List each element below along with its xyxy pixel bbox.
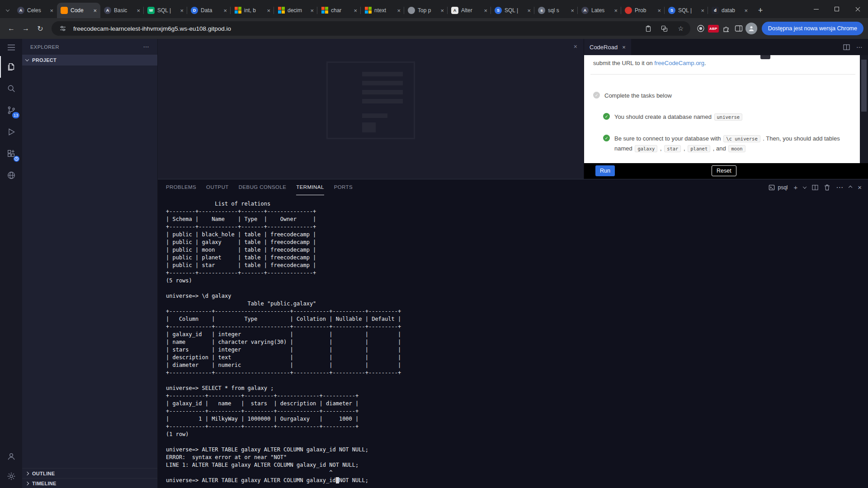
browser-tab[interactable]: Prob× <box>621 3 665 18</box>
more-actions-icon[interactable]: ⋯ <box>856 43 863 51</box>
new-terminal-icon[interactable]: + <box>793 183 797 191</box>
tab-search-icon[interactable] <box>2 3 14 18</box>
url-text[interactable]: freecodecam-learncelest-ihhvmxjm6g5.ws-e… <box>73 25 638 32</box>
maximize-button[interactable] <box>826 0 847 18</box>
panel-more-icon[interactable]: ⋯ <box>836 183 843 192</box>
tab-close-icon[interactable]: × <box>571 8 574 14</box>
tab-close-icon[interactable]: × <box>267 8 270 14</box>
panel-tab-problems[interactable]: PROBLEMS <box>166 179 196 195</box>
coderoad-content: submit the URL to it on freeCodeCamp.org… <box>584 55 860 163</box>
browser-tab[interactable]: ssql s× <box>534 3 578 18</box>
tab-favicon <box>625 7 632 14</box>
browser-tab[interactable]: decim× <box>274 3 317 18</box>
browser-tab[interactable]: ALates× <box>578 3 621 18</box>
source-control-icon[interactable]: 13 <box>0 99 22 121</box>
menu-icon[interactable] <box>0 39 22 56</box>
tab-close-icon[interactable]: × <box>93 8 97 14</box>
terminal-profile[interactable]: psql <box>769 184 788 191</box>
browser-tab[interactable]: int, b× <box>231 3 274 18</box>
translate-icon[interactable] <box>659 23 670 34</box>
tab-close-icon[interactable]: × <box>614 8 618 14</box>
tab-close-icon[interactable]: × <box>137 8 140 14</box>
coderoad-tab[interactable]: CodeRoad × <box>584 39 631 55</box>
browser-tab[interactable]: char× <box>317 3 361 18</box>
browser-tab[interactable]: ACeles× <box>14 3 57 18</box>
browser-tab[interactable]: DData× <box>187 3 231 18</box>
browser-tab[interactable]: AAlter× <box>448 3 491 18</box>
extensions-icon[interactable] <box>0 143 22 164</box>
sidebar-item-outline[interactable]: OUTLINE <box>22 468 157 478</box>
sidebar-item-timeline[interactable]: TIMELINE <box>22 478 157 488</box>
sidebar-item-project[interactable]: PROJECT <box>22 55 157 66</box>
kill-terminal-icon[interactable] <box>824 184 830 191</box>
panel-tab-output[interactable]: OUTPUT <box>206 179 229 195</box>
adblock-badge: ABP <box>708 25 719 33</box>
explorer-more-icon[interactable]: ⋯ <box>143 43 150 50</box>
bookmark-star-icon[interactable]: ☆ <box>675 23 687 34</box>
editor-close-icon[interactable]: × <box>574 43 577 50</box>
tab-close-icon[interactable]: × <box>223 8 227 14</box>
reset-button[interactable]: Reset <box>712 165 736 176</box>
browser-tab[interactable]: Code× <box>57 3 100 18</box>
adblock-icon[interactable]: ABP <box>708 23 719 34</box>
site-info-icon[interactable] <box>57 23 69 34</box>
scrollbar-thumb[interactable] <box>861 60 867 112</box>
chrome-update-button[interactable]: Dostępna jest nowa wersja Chrome <box>762 22 863 35</box>
terminal-output[interactable]: List of relations+--------+------------+… <box>158 195 868 488</box>
profile-avatar[interactable] <box>745 23 757 34</box>
coderoad-scrollbar[interactable] <box>860 55 868 163</box>
panel-tab-debug-console[interactable]: DEBUG CONSOLE <box>239 179 287 195</box>
tab-close-icon[interactable]: × <box>657 8 661 14</box>
tab-close-icon[interactable]: × <box>397 8 401 14</box>
split-terminal-icon[interactable] <box>812 185 818 190</box>
tab-close-icon[interactable]: × <box>484 8 487 14</box>
address-bar[interactable]: freecodecam-learncelest-ihhvmxjm6g5.ws-e… <box>52 21 690 36</box>
panel-tab-ports[interactable]: PORTS <box>334 179 353 195</box>
close-window-button[interactable] <box>847 0 868 18</box>
run-button[interactable]: Run <box>595 165 615 176</box>
settings-gear-icon[interactable] <box>0 466 22 486</box>
minimize-button[interactable] <box>806 0 826 18</box>
back-icon[interactable]: ← <box>5 22 18 35</box>
forward-icon[interactable]: → <box>19 22 33 35</box>
tab-close-icon[interactable]: × <box>440 8 444 14</box>
browser-tab[interactable]: WSQL |× <box>144 3 187 18</box>
tab-close-icon[interactable]: × <box>50 8 53 14</box>
tab-title: decim <box>288 7 307 14</box>
tab-close-icon[interactable]: × <box>527 8 531 14</box>
globe-icon[interactable] <box>0 164 22 186</box>
run-debug-icon[interactable] <box>0 121 22 143</box>
maximize-panel-icon[interactable] <box>849 185 852 189</box>
terminal-dropdown-icon[interactable] <box>803 185 807 188</box>
browser-tab[interactable]: ddatab× <box>708 3 751 18</box>
tab-close-icon[interactable]: × <box>744 8 748 14</box>
cast-icon[interactable] <box>695 23 707 34</box>
tab-title: Lates <box>591 7 611 14</box>
explorer-icon[interactable] <box>0 56 22 78</box>
extensions-puzzle-icon[interactable] <box>720 23 732 34</box>
terminal-prompt-line[interactable]: universe=> ALTER TABLE galaxy ALTER COLU… <box>166 477 868 484</box>
panel-tab-terminal[interactable]: TERMINAL <box>296 179 324 195</box>
terminal-line: | diameter | numeric | | | | <box>166 361 868 369</box>
clipboard-icon[interactable] <box>642 23 654 34</box>
coderoad-tab-close-icon[interactable]: × <box>622 44 626 51</box>
browser-tab[interactable]: SSQL |× <box>665 3 708 18</box>
search-icon[interactable] <box>0 78 22 99</box>
browser-tab[interactable]: ABasic× <box>100 3 144 18</box>
terminal-line: universe=> ALTER TABLE galaxy ALTER COLU… <box>166 446 868 454</box>
new-tab-button[interactable]: + <box>754 4 767 17</box>
tab-close-icon[interactable]: × <box>310 8 314 14</box>
browser-tab[interactable]: ntext× <box>361 3 404 18</box>
terminal-line: | public | moon | table | freecodecamp | <box>166 246 868 254</box>
reload-icon[interactable]: ↻ <box>33 22 47 35</box>
browser-tab[interactable]: SSQL |× <box>491 3 534 18</box>
tab-close-icon[interactable]: × <box>701 8 704 14</box>
split-editor-icon[interactable] <box>843 44 850 50</box>
tab-close-icon[interactable]: × <box>354 8 357 14</box>
freecodecamp-link[interactable]: freeCodeCamp.org <box>654 60 704 66</box>
tab-close-icon[interactable]: × <box>180 8 184 14</box>
account-icon[interactable] <box>0 446 22 466</box>
browser-tab[interactable]: Top p× <box>404 3 448 18</box>
side-panel-icon[interactable] <box>733 23 745 34</box>
close-panel-icon[interactable]: × <box>858 183 862 191</box>
